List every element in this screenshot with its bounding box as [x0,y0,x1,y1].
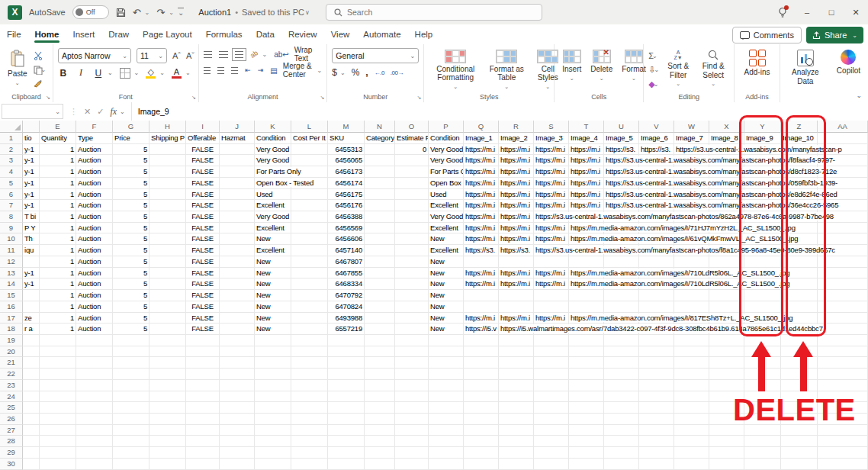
cell-I8[interactable]: FALSE [186,211,220,223]
cell-X25[interactable] [709,402,744,414]
cell-I14[interactable]: FALSE [186,278,220,290]
cell-T29[interactable] [569,447,604,459]
number-format-select[interactable]: General⌄ [332,48,419,63]
cell-G25[interactable] [113,402,149,414]
row-header-20[interactable]: 20 [0,346,23,358]
cell-J8[interactable] [220,211,255,223]
cell-K13[interactable]: New [255,268,291,279]
cell-AA12[interactable] [818,256,868,268]
cell-P14[interactable]: New [429,278,464,290]
cell-W20[interactable] [674,346,709,358]
cell-S26[interactable] [534,414,569,425]
cell-L16[interactable] [291,301,328,313]
column-header-J[interactable]: J [220,121,255,133]
cell-N9[interactable] [365,223,395,234]
column-header-I[interactable]: I [186,121,220,133]
cell-J22[interactable] [220,369,255,380]
cell-K11[interactable]: Excellent [255,245,291,256]
font-color-chevron-down-icon[interactable]: ⌄ [185,69,191,76]
row-header-5[interactable]: 5 [0,178,23,189]
cell-O11[interactable] [395,245,429,256]
cell-H3[interactable] [149,155,186,166]
column-header-V[interactable]: V [639,121,674,133]
row-header-6[interactable]: 6 [0,189,23,201]
bold-button[interactable]: B [58,68,69,79]
collapse-ribbon-chevron-down-icon[interactable]: ⌄ [856,92,862,99]
cell-F14[interactable]: Auction [76,278,113,290]
cell-Z12[interactable] [781,256,818,268]
cell-K23[interactable] [255,380,291,391]
cell-M25[interactable] [328,402,365,414]
cell-J10[interactable] [220,233,255,245]
decrease-decimal-icon[interactable]: .00→ [391,69,403,76]
row-header-14[interactable]: 14 [0,278,23,290]
cell-R7[interactable]: https://m.i [499,200,534,211]
wrap-text-button[interactable]: ab↩ Wrap Text [274,48,322,60]
cell-O16[interactable] [395,301,429,313]
cell-X15[interactable] [709,290,744,301]
fill-button[interactable]: ⇩⌄ [648,64,659,76]
tab-file[interactable]: File [0,27,28,42]
cell-D25[interactable] [23,402,40,414]
cell-L1[interactable]: Cost Per It [291,133,328,144]
row-header-10[interactable]: 10 [0,233,23,245]
cell-Q22[interactable] [464,369,499,380]
cell-F24[interactable] [76,391,113,403]
cell-N27[interactable] [365,425,395,436]
cell-G15[interactable]: 5 [113,290,149,301]
redo-icon[interactable]: ↷ [156,7,165,18]
cell-Q28[interactable] [464,436,499,447]
cell-D6[interactable]: y-1 [23,189,40,201]
cell-U20[interactable] [604,346,639,358]
cell-Q10[interactable]: https://m.i [464,233,499,245]
cell-Z1[interactable]: Image_10 [781,133,818,144]
cell-AA10[interactable] [818,233,868,245]
cell-N18[interactable] [365,324,395,335]
cell-Q19[interactable] [464,335,499,346]
cell-N24[interactable] [365,391,395,403]
cell-M9[interactable]: 6456569 [328,223,365,234]
cell-G24[interactable] [113,391,149,403]
cell-Z27[interactable] [781,425,818,436]
cell-I15[interactable]: FALSE [186,290,220,301]
cell-O8[interactable] [395,211,429,223]
cell-D11[interactable]: iqu [23,245,40,256]
cell-L29[interactable] [291,447,328,459]
cell-X27[interactable] [709,425,744,436]
cell-L14[interactable] [291,278,328,290]
row-header-17[interactable]: 17 [0,313,23,324]
cell-S27[interactable] [534,425,569,436]
cell-M20[interactable] [328,346,365,358]
cell-N17[interactable] [365,313,395,324]
cell-N23[interactable] [365,380,395,391]
column-header-Z[interactable]: Z [781,121,818,133]
select-all-corner[interactable] [0,121,23,133]
cell-E19[interactable] [40,335,76,346]
cell-X24[interactable] [709,391,744,403]
cell-U5[interactable]: https://s3.us-central-1.wasabisys.com/ma… [604,178,639,189]
cell-E1[interactable]: Quantity [40,133,76,144]
cell-H7[interactable] [149,200,186,211]
cell-E29[interactable] [40,447,76,459]
format-painter-button[interactable] [34,78,47,90]
column-header-X[interactable]: X [709,121,744,133]
cell-N13[interactable] [365,268,395,279]
column-header-P[interactable]: P [429,121,464,133]
italic-button[interactable]: I [76,67,86,79]
merge-center-button[interactable]: ▤ Merge & Center ⌄ [270,64,322,76]
column-header-R[interactable]: R [499,121,534,133]
tab-review[interactable]: Review [281,27,324,42]
cell-W15[interactable] [674,290,709,301]
clipboard-dialog-launcher-icon[interactable]: ↘ [46,95,50,101]
tab-home[interactable]: Home [28,27,66,42]
cell-E24[interactable] [40,391,76,403]
cell-N12[interactable] [365,256,395,268]
cell-J17[interactable] [220,313,255,324]
cell-E27[interactable] [40,425,76,436]
cell-I2[interactable]: FALSE [186,144,220,156]
orientation-icon[interactable]: ab [248,47,261,62]
cell-H8[interactable] [149,211,186,223]
column-header-Q[interactable]: Q [464,121,499,133]
cell-L26[interactable] [291,414,328,425]
cell-Z30[interactable] [781,459,818,470]
